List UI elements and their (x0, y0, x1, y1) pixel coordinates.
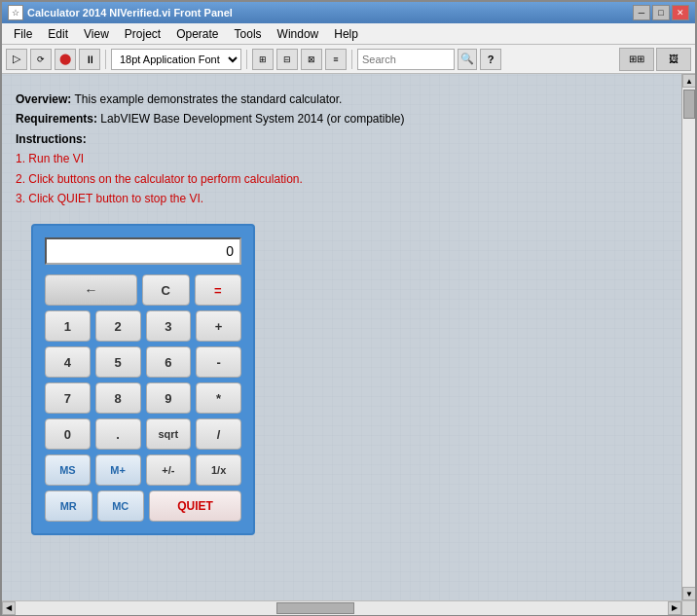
multiply-button[interactable]: * (196, 382, 241, 414)
mplus-button[interactable]: M+ (95, 454, 141, 486)
minus-button[interactable]: - (196, 346, 241, 378)
vertical-scrollbar: ▲ ▼ (681, 74, 695, 600)
calc-row-5: 0 . sqrt / (45, 418, 241, 450)
step3-line: 3. Click QUIET button to stop the VI. (16, 189, 668, 208)
num-9-button[interactable]: 9 (146, 382, 192, 414)
font-select[interactable]: 18pt Application Font (111, 49, 241, 70)
menu-edit[interactable]: Edit (40, 25, 76, 43)
sqrt-button[interactable]: sqrt (146, 418, 192, 450)
menu-project[interactable]: Project (117, 25, 168, 43)
scroll-up-button[interactable]: ▲ (682, 74, 695, 88)
dot-button[interactable]: . (95, 418, 141, 450)
abort-icon[interactable]: ⬤ (55, 49, 76, 70)
calc-row-1: ← C = (45, 274, 241, 306)
divide-button[interactable]: / (196, 418, 241, 450)
num-5-button[interactable]: 5 (95, 346, 141, 378)
grid-icon: ⊞⊞ (619, 48, 654, 71)
num-1-button[interactable]: 1 (45, 310, 91, 342)
menu-help[interactable]: Help (326, 25, 366, 43)
toolbar-separator-1 (105, 50, 106, 69)
calculator-widget: 0 ← C = 1 2 3 + (31, 224, 255, 535)
panel-icons: ⊞⊞ 🖼 (619, 48, 691, 71)
menu-window[interactable]: Window (270, 25, 327, 43)
scroll-track-h[interactable] (16, 601, 668, 615)
description-block: Overview: This example demonstrates the … (12, 84, 672, 214)
num-3-button[interactable]: 3 (146, 310, 192, 342)
num-0-button[interactable]: 0 (45, 418, 91, 450)
instructions-label: Instructions: (16, 132, 87, 146)
overview-line: Overview: This example demonstrates the … (16, 90, 668, 109)
step2-text: 2. Click buttons on the calculator to pe… (16, 172, 303, 186)
plus-button[interactable]: + (196, 310, 241, 342)
main-window: ☆ Calculator 2014 NIVerified.vi Front Pa… (0, 0, 697, 616)
maximize-button[interactable]: □ (652, 5, 670, 20)
toolbar-separator-2 (246, 50, 247, 69)
mc-button[interactable]: MC (97, 490, 145, 522)
inverse-button[interactable]: 1/x (196, 454, 241, 486)
backspace-button[interactable]: ← (45, 274, 137, 306)
quiet-button[interactable]: QUIET (149, 490, 241, 522)
num-8-button[interactable]: 8 (95, 382, 141, 414)
pause-icon[interactable]: ⏸ (79, 49, 100, 70)
instructions-line: Instructions: (16, 129, 668, 149)
reorder-icon[interactable]: ≡ (325, 49, 347, 70)
panel-icon-right: 🖼 (656, 48, 691, 71)
step2-line: 2. Click buttons on the calculator to pe… (16, 169, 668, 189)
menu-operate[interactable]: Operate (168, 25, 226, 43)
calc-display: 0 (45, 237, 241, 265)
menu-tools[interactable]: Tools (227, 25, 270, 43)
num-6-button[interactable]: 6 (146, 346, 192, 378)
menu-file[interactable]: File (6, 25, 40, 43)
calc-display-value: 0 (226, 243, 234, 259)
scroll-left-button[interactable]: ◀ (2, 601, 16, 615)
num-7-button[interactable]: 7 (45, 382, 91, 414)
clear-button[interactable]: C (142, 274, 190, 306)
search-input[interactable] (357, 49, 455, 70)
horizontal-scrollbar-container: ◀ ▶ (2, 600, 695, 614)
content-area: Overview: This example demonstrates the … (2, 74, 695, 600)
help-button[interactable]: ? (480, 49, 501, 70)
plusminus-button[interactable]: +/- (146, 454, 192, 486)
main-panel: Overview: This example demonstrates the … (2, 74, 681, 600)
run-arrow-icon[interactable]: ▷ (6, 49, 27, 70)
step1-text: 1. Run the VI (16, 152, 84, 165)
title-bar: ☆ Calculator 2014 NIVerified.vi Front Pa… (2, 2, 695, 23)
scroll-right-button[interactable]: ▶ (668, 601, 681, 615)
menu-bar: File Edit View Project Operate Tools Win… (2, 23, 695, 45)
scroll-thumb-h[interactable] (276, 602, 354, 614)
calc-row-6: MS M+ +/- 1/x (45, 454, 241, 486)
num-4-button[interactable]: 4 (45, 346, 91, 378)
toolbar-separator-3 (351, 50, 352, 69)
align-icon[interactable]: ⊞ (252, 49, 274, 70)
calc-row-2: 1 2 3 + (45, 310, 241, 342)
mr-button[interactable]: MR (45, 490, 92, 522)
resize-icon[interactable]: ⊠ (301, 49, 322, 70)
window-icon: ☆ (8, 5, 23, 20)
search-button[interactable]: 🔍 (458, 49, 477, 70)
overview-text: This example demonstrates the standard c… (71, 92, 342, 106)
scroll-corner (681, 601, 695, 615)
requirements-text: LabVIEW Base Development System 2014 (or… (97, 112, 404, 126)
calc-row-4: 7 8 9 * (45, 382, 241, 414)
distribute-icon[interactable]: ⊟ (276, 49, 298, 70)
step1-line: 1. Run the VI (16, 149, 668, 168)
step3-text: 3. Click QUIET button to stop the VI. (16, 192, 203, 205)
menu-view[interactable]: View (76, 25, 117, 43)
equals-button[interactable]: = (195, 274, 242, 306)
calc-row-7: MR MC QUIET (45, 490, 241, 522)
scroll-thumb-v[interactable] (683, 90, 695, 119)
close-button[interactable]: ✕ (672, 5, 689, 20)
requirements-label: Requirements: (16, 112, 97, 126)
window-title: Calculator 2014 NIVerified.vi Front Pane… (27, 7, 629, 18)
minimize-button[interactable]: ─ (633, 5, 650, 20)
window-controls: ─ □ ✕ (633, 5, 689, 20)
scroll-down-button[interactable]: ▼ (682, 587, 695, 600)
toolbar: ▷ ⟳ ⬤ ⏸ 18pt Application Font ⊞ ⊟ ⊠ ≡ 🔍 … (2, 45, 695, 74)
calc-buttons: ← C = 1 2 3 + 4 5 6 (45, 274, 241, 522)
scroll-track-v[interactable] (682, 88, 695, 587)
requirements-line: Requirements: LabVIEW Base Development S… (16, 109, 668, 128)
run-broken-icon[interactable]: ⟳ (30, 49, 52, 70)
num-2-button[interactable]: 2 (95, 310, 141, 342)
overview-label: Overview: (16, 92, 71, 106)
ms-button[interactable]: MS (45, 454, 91, 486)
